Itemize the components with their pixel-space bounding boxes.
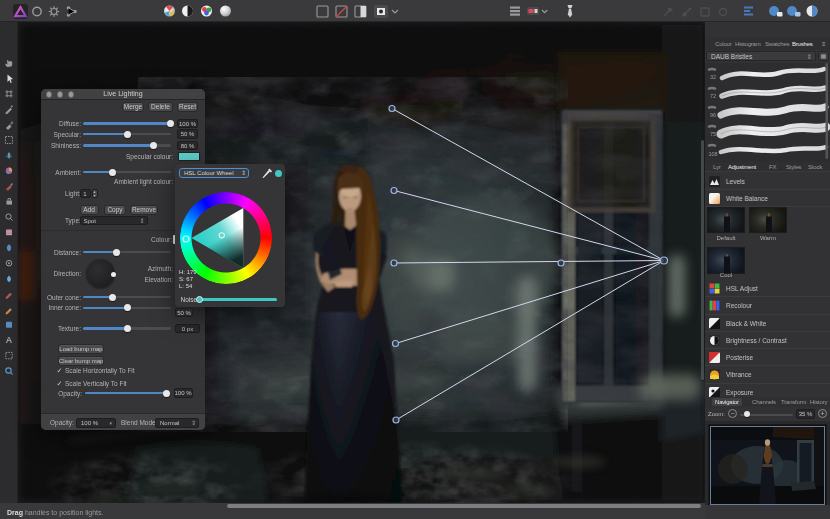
svg-text:72: 72 — [710, 93, 716, 99]
svg-text:75: 75 — [710, 131, 716, 137]
svg-text:A: A — [6, 335, 12, 345]
svg-text:108: 108 — [709, 151, 718, 157]
svg-text:96: 96 — [710, 112, 716, 118]
svg-text:32: 32 — [710, 74, 716, 80]
